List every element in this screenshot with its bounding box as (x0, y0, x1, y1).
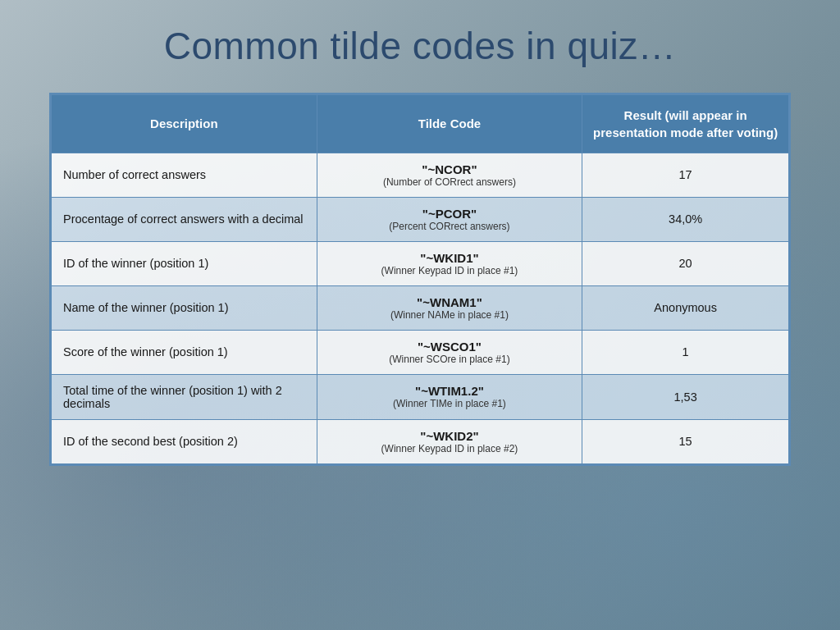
cell-tilde-code: "~WSCO1"(Winner SCOre in place #1) (317, 330, 582, 374)
tilde-code-sub: (Percent CORrect answers) (329, 221, 571, 232)
cell-result: Anonymous (582, 285, 789, 330)
cell-description: Procentage of correct answers with a dec… (52, 197, 317, 241)
cell-result: 1,53 (582, 374, 789, 419)
cell-description: ID of the winner (position 1) (52, 241, 317, 285)
table-row: Procentage of correct answers with a dec… (52, 197, 789, 241)
tilde-code-sub: (Winner Keypad ID in place #1) (329, 265, 571, 276)
cell-result: 20 (582, 241, 789, 285)
cell-description: Number of correct answers (52, 153, 317, 197)
cell-tilde-code: "~WKID2"(Winner Keypad ID in place #2) (317, 419, 582, 463)
tilde-code-sub: (Number of CORrect answers) (329, 176, 571, 188)
tilde-code-main: "~WNAM1" (329, 295, 571, 309)
cell-result: 34,0% (582, 197, 789, 241)
tilde-code-main: "~WTIM1.2" (329, 384, 571, 398)
slide-container: Common tilde codes in quiz… Description … (0, 0, 840, 630)
table-header-row: Description Tilde Code Result (will appe… (52, 94, 789, 153)
tilde-code-main: "~WSCO1" (329, 340, 571, 354)
table-row: Score of the winner (position 1)"~WSCO1"… (52, 330, 789, 374)
cell-result: 1 (582, 330, 789, 374)
tilde-code-main: "~WKID1" (329, 251, 571, 265)
tilde-code-main: "~WKID2" (329, 429, 571, 443)
cell-tilde-code: "~WTIM1.2"(Winner TIMe in place #1) (317, 374, 582, 419)
table-row: Name of the winner (position 1)"~WNAM1"(… (52, 285, 789, 330)
tilde-code-sub: (Winner Keypad ID in place #2) (329, 443, 571, 454)
header-description: Description (52, 94, 317, 153)
header-tilde-code: Tilde Code (317, 94, 582, 153)
page-title: Common tilde codes in quiz… (164, 25, 677, 68)
tilde-code-sub: (Winner NAMe in place #1) (329, 309, 571, 321)
data-table-wrapper: Description Tilde Code Result (will appe… (49, 93, 791, 466)
tilde-code-main: "~PCOR" (329, 207, 571, 221)
cell-description: ID of the second best (position 2) (52, 419, 317, 463)
table-row: Number of correct answers"~NCOR"(Number … (52, 153, 789, 197)
cell-tilde-code: "~PCOR"(Percent CORrect answers) (317, 197, 582, 241)
cell-description: Score of the winner (position 1) (52, 330, 317, 374)
cell-tilde-code: "~NCOR"(Number of CORrect answers) (317, 153, 582, 197)
cell-tilde-code: "~WNAM1"(Winner NAMe in place #1) (317, 285, 582, 330)
cell-description: Total time of the winner (position 1) wi… (52, 374, 317, 419)
tilde-code-sub: (Winner TIMe in place #1) (329, 398, 571, 409)
table-row: ID of the second best (position 2)"~WKID… (52, 419, 789, 463)
header-result: Result (will appear in presentation mode… (582, 94, 789, 153)
cell-result: 17 (582, 153, 789, 197)
cell-tilde-code: "~WKID1"(Winner Keypad ID in place #1) (317, 241, 582, 285)
tilde-code-main: "~NCOR" (329, 162, 571, 176)
cell-result: 15 (582, 419, 789, 463)
tilde-code-sub: (Winner SCOre in place #1) (329, 354, 571, 365)
table-row: ID of the winner (position 1)"~WKID1"(Wi… (52, 241, 789, 285)
tilde-codes-table: Description Tilde Code Result (will appe… (51, 94, 789, 464)
table-row: Total time of the winner (position 1) wi… (52, 374, 789, 419)
cell-description: Name of the winner (position 1) (52, 285, 317, 330)
